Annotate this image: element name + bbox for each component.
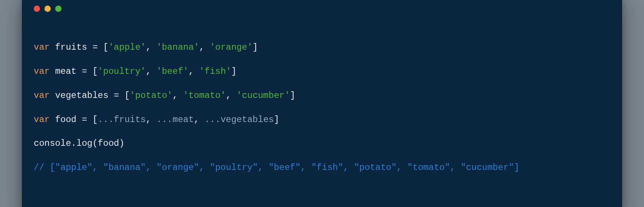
comma: , xyxy=(189,66,199,76)
bracket-open: [ xyxy=(103,42,108,52)
string-literal: 'poultry' xyxy=(98,66,146,76)
spread-ident: vegetables xyxy=(220,115,274,125)
keyword-var: var xyxy=(34,115,50,125)
code-line-2: var meat = ['poultry', 'beef', 'fish'] xyxy=(34,66,610,78)
code-window: var fruits = ['apple', 'banana', 'orange… xyxy=(22,0,622,207)
keyword-var: var xyxy=(34,42,50,52)
code-line-3: var vegetables = ['potato', 'tomato', 'c… xyxy=(34,90,610,102)
string-literal: 'cucumber' xyxy=(236,91,290,101)
bracket-close: ] xyxy=(290,91,295,101)
spread-ident: meat xyxy=(173,115,194,125)
code-line-6: // ["apple", "banana", "orange", "poultr… xyxy=(34,162,610,174)
bracket-open: [ xyxy=(92,115,97,125)
spread-operator: ... xyxy=(205,115,220,125)
spread-operator: ... xyxy=(156,115,172,125)
maximize-icon[interactable] xyxy=(55,6,62,12)
bracket-open: [ xyxy=(92,66,97,76)
identifier-log: log xyxy=(76,138,92,148)
code-line-4: var food = [...fruits, ...meat, ...veget… xyxy=(34,114,610,126)
paren-open: ( xyxy=(92,138,97,148)
comma: , xyxy=(194,115,205,125)
string-literal: 'beef' xyxy=(156,66,188,76)
string-literal: 'tomato' xyxy=(183,91,226,101)
identifier-console: console xyxy=(34,138,71,148)
spread-ident: fruits xyxy=(114,115,146,125)
comma: , xyxy=(146,42,157,52)
string-literal: 'orange' xyxy=(210,42,252,52)
dot-accessor: . xyxy=(71,138,76,148)
comma: , xyxy=(173,91,183,101)
operator-equals: = xyxy=(82,115,87,125)
bracket-close: ] xyxy=(253,42,258,52)
code-line-1: var fruits = ['apple', 'banana', 'orange… xyxy=(34,42,610,53)
comma: , xyxy=(199,42,210,52)
spread-operator: ... xyxy=(98,115,114,125)
identifier-food: food xyxy=(55,115,77,125)
string-literal: 'apple' xyxy=(109,42,146,52)
identifier-vegetables: vegetables xyxy=(55,91,109,101)
operator-equals: = xyxy=(82,66,87,76)
keyword-var: var xyxy=(34,91,50,101)
paren-close: ) xyxy=(119,138,124,148)
operator-equals: = xyxy=(114,91,119,101)
comment: // ["apple", "banana", "orange", "poultr… xyxy=(34,162,519,172)
comma: , xyxy=(146,66,156,76)
comma: , xyxy=(226,91,237,101)
bracket-open: [ xyxy=(125,91,130,101)
string-literal: 'potato' xyxy=(130,91,172,101)
close-icon[interactable] xyxy=(34,6,40,12)
identifier-meat: meat xyxy=(55,66,77,76)
bracket-close: ] xyxy=(231,66,236,76)
keyword-var: var xyxy=(34,66,50,76)
window-controls xyxy=(34,6,610,12)
operator-equals: = xyxy=(92,42,97,52)
minimize-icon[interactable] xyxy=(44,6,51,12)
comma: , xyxy=(146,115,157,125)
bracket-close: ] xyxy=(274,115,279,125)
string-literal: 'banana' xyxy=(156,42,199,52)
identifier-fruits: fruits xyxy=(55,42,87,52)
identifier-arg: food xyxy=(98,138,119,148)
code-block: var fruits = ['apple', 'banana', 'orange… xyxy=(34,30,610,198)
code-line-5: console.log(food) xyxy=(34,138,610,150)
string-literal: 'fish' xyxy=(199,66,231,76)
